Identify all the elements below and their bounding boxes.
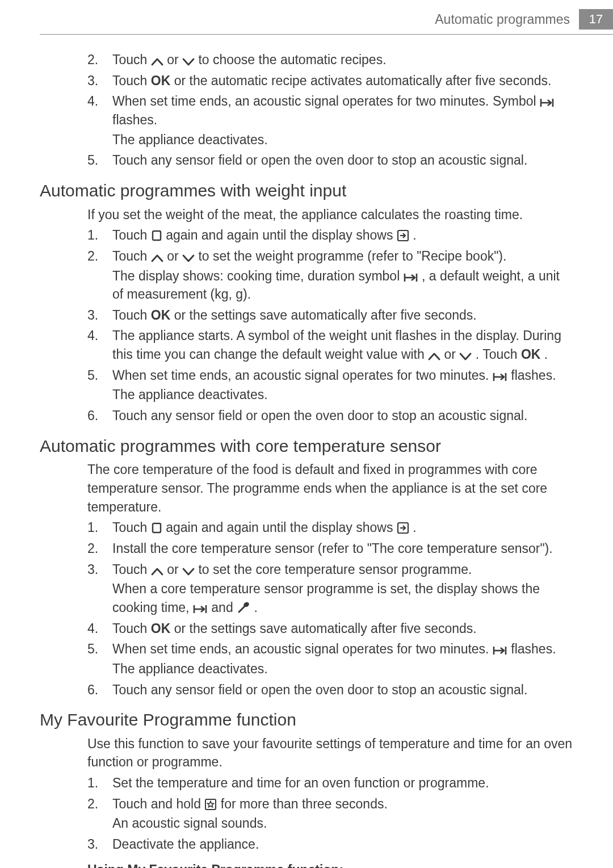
page-number: 17: [579, 9, 613, 30]
core-list-item: 3.Touch or to set the core temperature s…: [87, 560, 573, 618]
intro-core-temp: The core temperature of the food is defa…: [40, 460, 573, 516]
list-line: Touch any sensor field or open the oven …: [112, 681, 573, 699]
list-line: Touch OK or the automatic recipe activat…: [112, 72, 573, 90]
top-list-item: 4.When set time ends, an acoustic signal…: [87, 92, 573, 150]
heading-core-temp: Automatic programmes with core temperatu…: [40, 434, 573, 459]
list-content: Touch any sensor field or open the oven …: [112, 681, 573, 701]
list-number: 2.: [87, 795, 112, 834]
list-content: Touch OK or the settings save automatica…: [112, 306, 573, 326]
up-chevron-icon: [428, 352, 440, 361]
down-chevron-icon: [182, 57, 195, 66]
top-ordered-list: 2.Touch or to choose the automatic recip…: [40, 51, 573, 171]
up-chevron-icon: [151, 57, 163, 66]
ok-label: OK: [521, 347, 541, 362]
list-line: Touch OK or the settings save automatica…: [112, 306, 573, 325]
fav-list-item: 2.Touch and hold for more than three sec…: [87, 795, 573, 834]
list-line: Deactivate the appliance.: [112, 835, 573, 854]
list-line: When set time ends, an acoustic signal o…: [112, 366, 573, 385]
list-line: The appliance starts. A symbol of the we…: [112, 326, 573, 363]
top-list-item: 2.Touch or to choose the automatic recip…: [87, 51, 573, 70]
list-content: Deactivate the appliance.: [112, 835, 573, 855]
down-chevron-icon: [182, 254, 195, 263]
heading-weight-input: Automatic programmes with weight input: [40, 179, 573, 203]
weight-ordered-list: 1.Touch again and again until the displa…: [40, 226, 573, 426]
list-number: 3.: [87, 306, 112, 326]
core-list-item: 5.When set time ends, an acoustic signal…: [87, 640, 573, 679]
star-box-icon: [204, 798, 217, 811]
list-line: Touch or to set the core temperature sen…: [112, 560, 573, 579]
weight-list-item: 5.When set time ends, an acoustic signal…: [87, 366, 573, 405]
fav-list-item: 1.Set the temperature and time for an ov…: [87, 774, 573, 794]
top-list-item: 5.Touch any sensor field or open the ove…: [87, 151, 573, 171]
list-line: Touch and hold for more than three secon…: [112, 795, 573, 814]
list-line: Touch any sensor field or open the oven …: [112, 406, 573, 425]
list-content: Touch and hold for more than three secon…: [112, 795, 573, 834]
ok-label: OK: [151, 73, 171, 88]
list-number: 6.: [87, 681, 112, 701]
list-tail: The appliance deactivates.: [112, 660, 573, 678]
down-chevron-icon: [459, 352, 472, 361]
box-arrow-icon: [397, 522, 409, 534]
list-line: Touch or to choose the automatic recipes…: [112, 51, 573, 69]
list-content: Touch again and again until the display …: [112, 518, 573, 538]
ok-label: OK: [151, 308, 171, 322]
list-number: 5.: [87, 640, 112, 679]
heading-favourite: My Favourite Programme function: [40, 708, 573, 732]
probe-icon: [237, 601, 250, 614]
list-line: Install the core temperature sensor (ref…: [112, 539, 573, 558]
top-list-item: 3.Touch OK or the automatic recipe activ…: [87, 72, 573, 91]
list-tail: The display shows: cooking time, duratio…: [112, 267, 573, 304]
sub-heading-using-favourite: Using My Favourite Programme function:: [40, 861, 573, 868]
list-number: 3.: [87, 72, 112, 91]
core-list-item: 4.Touch OK or the settings save automati…: [87, 619, 573, 639]
list-line: When set time ends, an acoustic signal o…: [112, 640, 573, 659]
list-line: Set the temperature and time for an oven…: [112, 774, 573, 792]
core-list-item: 1.Touch again and again until the displa…: [87, 518, 573, 538]
list-content: Touch any sensor field or open the oven …: [112, 151, 573, 171]
rect-outline-icon: [151, 522, 162, 534]
list-line: When set time ends, an acoustic signal o…: [112, 92, 573, 129]
weight-list-item: 1.Touch again and again until the displa…: [87, 226, 573, 246]
rect-outline-icon: [151, 229, 162, 242]
up-chevron-icon: [151, 254, 163, 263]
list-number: 6.: [87, 406, 112, 426]
intro-favourite: Use this function to save your favourite…: [40, 735, 573, 771]
list-content: Set the temperature and time for an oven…: [112, 774, 573, 794]
arrow-end-icon: [540, 98, 555, 108]
list-content: The appliance starts. A symbol of the we…: [112, 326, 573, 364]
list-content: Touch OK or the settings save automatica…: [112, 619, 573, 639]
list-number: 1.: [87, 774, 112, 794]
list-tail: When a core temperature sensor programme…: [112, 580, 573, 617]
list-content: Touch any sensor field or open the oven …: [112, 406, 573, 426]
list-tail: The appliance deactivates.: [112, 131, 573, 149]
list-number: 2.: [87, 539, 112, 559]
list-number: 5.: [87, 151, 112, 171]
list-number: 1.: [87, 226, 112, 246]
weight-list-item: 4.The appliance starts. A symbol of the …: [87, 326, 573, 364]
arrow-end-icon: [493, 372, 507, 382]
svg-rect-3: [153, 231, 161, 240]
up-chevron-icon: [151, 567, 163, 576]
list-number: 4.: [87, 326, 112, 364]
header-rule: [40, 34, 613, 35]
list-content: When set time ends, an acoustic signal o…: [112, 640, 573, 679]
list-content: Touch again and again until the display …: [112, 226, 573, 246]
arrow-end-icon: [493, 645, 507, 656]
down-chevron-icon: [182, 567, 195, 576]
favourite-ordered-list: 1.Set the temperature and time for an ov…: [40, 774, 573, 855]
weight-list-item: 6.Touch any sensor field or open the ove…: [87, 406, 573, 426]
arrow-end-icon: [404, 272, 418, 283]
list-tail: An acoustic signal sounds.: [112, 814, 573, 833]
list-line: Touch any sensor field or open the oven …: [112, 151, 573, 170]
list-content: Touch OK or the automatic recipe activat…: [112, 72, 573, 91]
core-ordered-list: 1.Touch again and again until the displa…: [40, 518, 573, 700]
list-content: Touch or to set the core temperature sen…: [112, 560, 573, 618]
list-line: Touch OK or the settings save automatica…: [112, 619, 573, 638]
list-content: When set time ends, an acoustic signal o…: [112, 366, 573, 405]
list-line: Touch again and again until the display …: [112, 226, 573, 245]
list-line: Touch or to set the weight programme (re…: [112, 247, 573, 266]
header-section-title: Automatic programmes: [435, 10, 579, 29]
list-content: When set time ends, an acoustic signal o…: [112, 92, 573, 150]
ok-label: OK: [151, 621, 171, 636]
page-header: Automatic programmes 17: [40, 0, 573, 30]
